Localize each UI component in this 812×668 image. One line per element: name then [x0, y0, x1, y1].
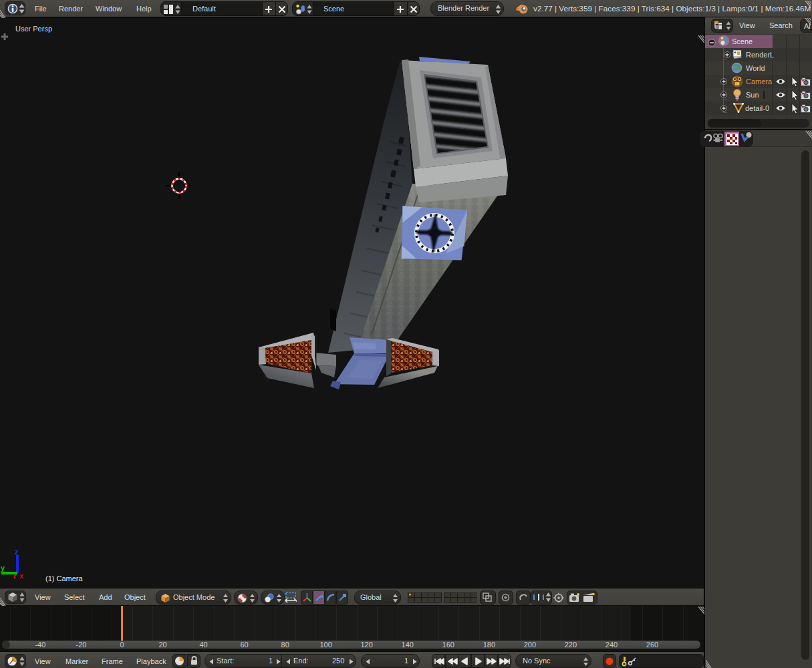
svg-text:y: y — [1, 564, 5, 572]
svg-text:z: z — [15, 549, 19, 556]
svg-text:x: x — [19, 572, 24, 579]
